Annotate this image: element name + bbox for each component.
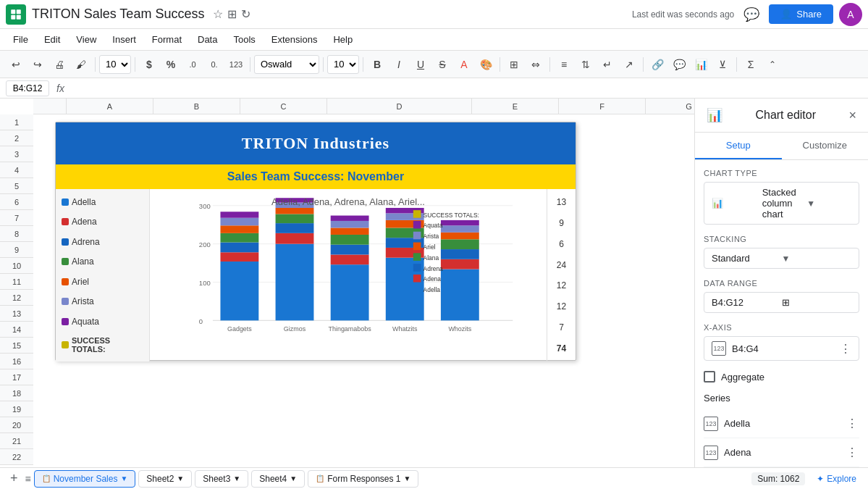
series-adena-more[interactable]: ⋮	[845, 444, 859, 461]
cell-reference-input[interactable]: B4:G12	[6, 80, 49, 96]
avatar[interactable]: A	[839, 3, 862, 26]
row-16[interactable]: 16	[0, 354, 33, 369]
strikethrough-button[interactable]: S	[432, 54, 452, 75]
star-icon[interactable]: ☆	[213, 7, 223, 21]
stacking-select[interactable]: Standard ▼	[704, 248, 859, 269]
row-2[interactable]: 2	[0, 130, 33, 146]
series-adella-more[interactable]: ⋮	[845, 415, 859, 432]
row-13[interactable]: 13	[0, 306, 33, 322]
x-axis-row[interactable]: 123 B4:G4 ⋮	[704, 336, 859, 361]
font-size-select[interactable]: 10	[327, 55, 359, 74]
tab-november-sales-arrow[interactable]: ▼	[120, 475, 127, 482]
series-adena[interactable]: 123 Adena ⋮	[704, 438, 859, 467]
col-g[interactable]: G	[646, 99, 694, 114]
aggregate-checkbox[interactable]	[704, 371, 715, 383]
collapse-button[interactable]: ⌃	[762, 54, 783, 75]
menu-file[interactable]: File	[6, 31, 35, 48]
row-14[interactable]: 14	[0, 322, 33, 338]
move-icon[interactable]: ⊞	[227, 7, 237, 21]
menu-format[interactable]: Format	[145, 31, 189, 48]
currency-button[interactable]: $	[139, 54, 159, 75]
tab-sheet3[interactable]: Sheet3 ▼	[195, 470, 248, 488]
rotate-button[interactable]: ↗	[619, 54, 639, 75]
comment-button[interactable]: 💬	[740, 3, 763, 26]
borders-button[interactable]: ⊞	[504, 54, 524, 75]
row-22[interactable]: 22	[0, 449, 33, 465]
row-8[interactable]: 8	[0, 226, 33, 242]
menu-insert[interactable]: Insert	[105, 31, 143, 48]
row-9[interactable]: 9	[0, 242, 33, 258]
valign-button[interactable]: ⇅	[576, 54, 596, 75]
history-icon[interactable]: ↻	[241, 7, 250, 21]
series-adella[interactable]: 123 Adella ⋮	[704, 409, 859, 438]
row-6[interactable]: 6	[0, 194, 33, 210]
row-19[interactable]: 19	[0, 401, 33, 417]
tab-sheet2-arrow[interactable]: ▼	[177, 475, 184, 482]
col-a[interactable]: A	[67, 99, 153, 114]
row-7[interactable]: 7	[0, 210, 33, 226]
more-formats-button[interactable]: 123	[226, 54, 246, 75]
row-21[interactable]: 21	[0, 433, 33, 449]
menu-tools[interactable]: Tools	[226, 31, 262, 48]
filter-button[interactable]: ⊻	[712, 54, 733, 75]
col-b[interactable]: B	[153, 99, 240, 114]
percent-button[interactable]: %	[161, 54, 181, 75]
row-11[interactable]: 11	[0, 274, 33, 290]
row-5[interactable]: 5	[0, 178, 33, 194]
row-12[interactable]: 12	[0, 290, 33, 306]
menu-edit[interactable]: Edit	[37, 31, 67, 48]
x-axis-more-button[interactable]: ⋮	[840, 342, 851, 356]
spreadsheet-grid[interactable]: TRITON Industries Sales Team Success: No…	[33, 114, 694, 467]
comment-inline-button[interactable]: 💬	[669, 54, 689, 75]
chart-type-select[interactable]: 📊 Stacked column chart ▼	[704, 182, 859, 225]
menu-help[interactable]: Help	[326, 31, 360, 48]
col-f[interactable]: F	[559, 99, 646, 114]
tab-customize[interactable]: Customize	[782, 133, 869, 159]
explore-button[interactable]: ✦ Explore	[811, 471, 862, 487]
tab-setup[interactable]: Setup	[695, 133, 782, 159]
row-10[interactable]: 10	[0, 258, 33, 274]
tab-sheet3-arrow[interactable]: ▼	[233, 475, 240, 482]
row-17[interactable]: 17	[0, 369, 33, 385]
paint-format-button[interactable]: 🖌	[71, 54, 91, 75]
row-18[interactable]: 18	[0, 385, 33, 401]
bold-button[interactable]: B	[367, 54, 387, 75]
row-4[interactable]: 4	[0, 162, 33, 178]
zoom-select[interactable]: 100%	[99, 55, 131, 74]
text-color-button[interactable]: A	[454, 54, 474, 75]
row-1[interactable]: 1	[0, 114, 33, 130]
col-c[interactable]: C	[240, 99, 327, 114]
add-sheet-button[interactable]: +	[6, 469, 22, 488]
tab-form-responses-arrow[interactable]: ▼	[404, 475, 411, 482]
inc-decimals-button[interactable]: 0.	[204, 54, 224, 75]
embedded-chart[interactable]: TRITON Industries Sales Team Success: No…	[55, 122, 576, 361]
link-button[interactable]: 🔗	[647, 54, 667, 75]
sum-display[interactable]: Sum: 1062	[751, 472, 805, 485]
tab-sheet4[interactable]: Sheet4 ▼	[251, 470, 305, 488]
tab-november-sales[interactable]: 📋 November Sales ▼	[34, 470, 136, 488]
tab-form-responses[interactable]: 📋 Form Responses 1 ▼	[308, 470, 418, 488]
underline-button[interactable]: U	[410, 54, 431, 75]
editor-close-button[interactable]: ×	[848, 108, 856, 123]
tab-sheet4-arrow[interactable]: ▼	[290, 475, 297, 482]
menu-extensions[interactable]: Extensions	[264, 31, 325, 48]
sheet-menu-button[interactable]: ≡	[25, 473, 31, 485]
tab-sheet2[interactable]: Sheet2 ▼	[138, 470, 192, 488]
col-d[interactable]: D	[327, 99, 472, 114]
formula-input[interactable]	[72, 83, 862, 93]
row-15[interactable]: 15	[0, 338, 33, 354]
menu-view[interactable]: View	[69, 31, 104, 48]
fill-color-button[interactable]: 🎨	[476, 54, 496, 75]
chart-button[interactable]: 📊	[691, 54, 711, 75]
menu-data[interactable]: Data	[190, 31, 224, 48]
data-range-row[interactable]: B4:G12 ⊞	[704, 292, 859, 313]
row-20[interactable]: 20	[0, 417, 33, 433]
merge-button[interactable]: ⇔	[526, 54, 546, 75]
wrap-button[interactable]: ↵	[597, 54, 618, 75]
italic-button[interactable]: I	[389, 54, 409, 75]
share-button[interactable]: 👤 Share	[769, 4, 833, 24]
row-3[interactable]: 3	[0, 146, 33, 162]
dec-decimals-button[interactable]: .0	[182, 54, 203, 75]
halign-button[interactable]: ≡	[554, 54, 574, 75]
functions-button[interactable]: Σ	[741, 54, 761, 75]
